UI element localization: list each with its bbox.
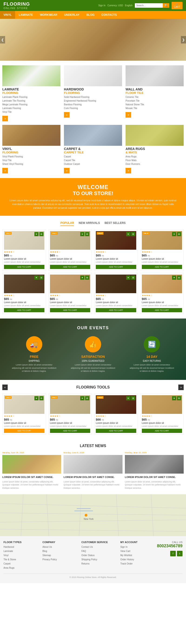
- wishlist-btn-3[interactable]: ♥: [126, 232, 130, 236]
- hero-prev-button[interactable]: ❮: [0, 36, 5, 44]
- footer-link-contact[interactable]: Contact Us: [82, 545, 118, 549]
- wishlist-btn-4[interactable]: ♥: [172, 232, 176, 236]
- add-to-cart-btn-4[interactable]: ADD TO CART: [142, 265, 182, 269]
- category-hardwood-btn[interactable]: »: [64, 112, 70, 118]
- product-actions-8: ♥ ⊞: [172, 276, 181, 280]
- footer-link-about[interactable]: About Us: [42, 545, 79, 549]
- footer-link-wishlist[interactable]: My Wishlist: [120, 553, 157, 558]
- nav-blog[interactable]: BLOG: [83, 11, 98, 19]
- compare-btn-5[interactable]: ⊞: [39, 276, 44, 280]
- add-to-cart-btn-7[interactable]: ADD TO CART: [96, 308, 136, 312]
- twitter-icon[interactable]: t: [177, 551, 182, 556]
- nav-laminate[interactable]: LAMINATE: [15, 11, 36, 19]
- tool-add-to-cart-btn-1[interactable]: ADD TO CART: [4, 429, 44, 433]
- tool-wishlist-btn-4[interactable]: ♥: [172, 396, 176, 400]
- wishlist-btn-2[interactable]: ♥: [80, 232, 84, 236]
- footer-link-rugs[interactable]: Area Rugs: [4, 566, 40, 570]
- currency-selector[interactable]: Currency: USD: [108, 4, 123, 7]
- nav-contacts[interactable]: CONTACTS: [98, 11, 120, 19]
- product-stars-5: ★★★★☆: [4, 294, 44, 297]
- hero-background: [0, 19, 186, 61]
- tool-compare-btn-1[interactable]: ⊞: [39, 396, 44, 400]
- add-to-cart-btn-3[interactable]: ADD TO CART: [96, 265, 136, 269]
- category-laminate-links: Laminate Plank Flooring Laminate Tile Fl…: [2, 95, 60, 114]
- footer-link-order-history[interactable]: Order History: [120, 558, 157, 562]
- footer-link-cart[interactable]: View Cart: [120, 549, 157, 553]
- footer-link-track[interactable]: Track Order: [120, 562, 157, 566]
- category-vinyl-subtitle: FLOORING: [2, 151, 60, 154]
- social-icons: f t: [170, 551, 182, 556]
- compare-btn-8[interactable]: ⊞: [177, 276, 181, 280]
- footer-link-hardwood[interactable]: Hardwood: [4, 545, 40, 549]
- footer-link-returns[interactable]: Returns: [82, 562, 118, 566]
- tools-next-button[interactable]: »: [178, 384, 184, 390]
- footer-link-shipping[interactable]: Shipping Policy: [82, 558, 118, 562]
- compare-btn-7[interactable]: ⊞: [131, 276, 135, 280]
- nav-workwear[interactable]: WORKWEAR: [36, 11, 61, 19]
- tool-compare-btn-2[interactable]: ⊞: [85, 396, 89, 400]
- add-to-cart-btn-5[interactable]: ADD TO CART: [4, 308, 44, 312]
- wishlist-btn-1[interactable]: ♥: [34, 232, 38, 236]
- footer-link-sitemap[interactable]: Sitemap: [42, 553, 79, 558]
- footer-link-laminate[interactable]: Laminate: [4, 549, 40, 553]
- footer-link-tile[interactable]: Tile & Stone: [4, 558, 40, 562]
- wishlist-btn-5[interactable]: ♥: [34, 276, 38, 280]
- event-shipping-icon: 🚚: [26, 336, 42, 352]
- tool-add-to-cart-btn-3[interactable]: ADD TO CART: [96, 429, 136, 433]
- product-stars-8: ★★★★☆: [142, 294, 182, 297]
- tool-compare-btn-4[interactable]: ⊞: [177, 396, 181, 400]
- footer-link-blog[interactable]: Blog: [42, 549, 79, 553]
- tool-wishlist-btn-2[interactable]: ♥: [80, 396, 84, 400]
- add-to-cart-btn-6[interactable]: ADD TO CART: [50, 308, 90, 312]
- facebook-icon[interactable]: f: [170, 551, 176, 556]
- category-rugs-btn[interactable]: »: [126, 168, 131, 174]
- footer-link-signin[interactable]: Sign In: [120, 545, 157, 549]
- cart-icon: 🛒: [176, 3, 178, 6]
- tool-wishlist-btn-3[interactable]: ♥: [126, 396, 130, 400]
- categories-grid: LAMINATE FLOORING Laminate Plank Floorin…: [2, 65, 184, 174]
- tab-popular[interactable]: POPULAR: [60, 220, 74, 226]
- category-laminate-btn[interactable]: »: [2, 116, 8, 121]
- nav-vinyl[interactable]: VINYL: [0, 11, 15, 19]
- call-us-label: CALL US: [157, 541, 182, 544]
- tools-prev-button[interactable]: «: [2, 384, 8, 390]
- category-wall-btn[interactable]: »: [126, 112, 131, 118]
- category-carpet-btn[interactable]: »: [64, 168, 70, 174]
- compare-btn-1[interactable]: ⊞: [39, 232, 44, 236]
- nav-underlay[interactable]: UNDERLAY: [61, 11, 83, 19]
- wishlist-btn-8[interactable]: ♥: [172, 276, 176, 280]
- compare-btn-6[interactable]: ⊞: [85, 276, 89, 280]
- sign-in-link[interactable]: Sign In: [98, 4, 106, 7]
- category-vinyl: VINYL FLOORING Vinyl Plank Flooring Viny…: [2, 125, 60, 174]
- tool-compare-btn-3[interactable]: ⊞: [131, 396, 135, 400]
- search-input[interactable]: [135, 3, 163, 8]
- add-to-cart-btn-2[interactable]: ADD TO CART: [50, 265, 90, 269]
- footer-link-order-status[interactable]: Order Status: [82, 553, 118, 558]
- footer-link-privacy[interactable]: Privacy Policy: [42, 558, 79, 562]
- tool-wishlist-btn-1[interactable]: ♥: [34, 396, 38, 400]
- wishlist-btn-6[interactable]: ♥: [80, 276, 84, 280]
- product-stars-4: ★★★★☆: [142, 251, 182, 253]
- add-to-cart-btn-8[interactable]: ADD TO CART: [142, 308, 182, 312]
- product-card-4: SALE ♥ ⊞ ★★★★☆ $65 72 Lorem ipsum dolor …: [140, 230, 184, 270]
- tool-card-1: SALE ♥ ⊞ ★★★★☆ $65 72 Lorem ipsum dolor …: [2, 394, 46, 435]
- language-selector[interactable]: English: [125, 4, 132, 7]
- compare-btn-2[interactable]: ⊞: [85, 232, 89, 236]
- cart-button[interactable]: 🛒 CART: [172, 2, 182, 9]
- tool-add-to-cart-btn-4[interactable]: ADD TO CART: [142, 429, 182, 433]
- tab-best-sellers[interactable]: BEST SELLERS: [104, 220, 126, 226]
- wishlist-btn-7[interactable]: ♥: [126, 276, 130, 280]
- add-to-cart-btn-1[interactable]: ADD TO CART: [4, 265, 44, 269]
- search-button[interactable]: 🔍: [163, 3, 169, 8]
- product-image-4: SALE ♥ ⊞: [142, 231, 182, 250]
- category-vinyl-btn[interactable]: »: [2, 168, 8, 174]
- footer-link-faq[interactable]: FAQ: [82, 549, 118, 553]
- footer-link-vinyl[interactable]: Vinyl: [4, 553, 40, 558]
- compare-btn-4[interactable]: ⊞: [177, 232, 181, 236]
- footer-link-carpet[interactable]: Carpet: [4, 562, 40, 566]
- tool-add-to-cart-btn-2[interactable]: ADD TO CART: [50, 429, 90, 433]
- category-hardwood-subtitle: FLOORING: [64, 91, 122, 94]
- compare-btn-3[interactable]: ⊞: [131, 232, 135, 236]
- hero-next-button[interactable]: ❯: [181, 36, 186, 44]
- tab-new-arrivals[interactable]: NEW ARRIVALS: [78, 220, 100, 226]
